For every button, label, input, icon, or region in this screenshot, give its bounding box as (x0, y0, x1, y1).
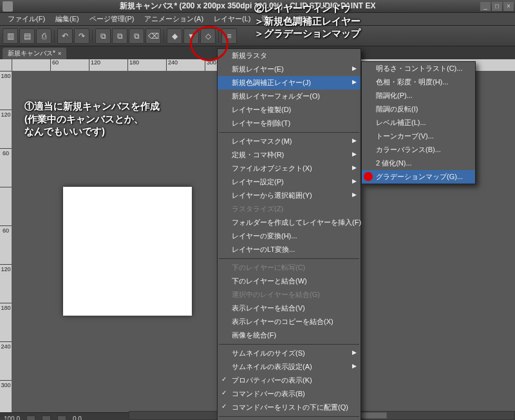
menu-item[interactable]: 新規色調補正レイヤー(J)▶ (218, 76, 360, 90)
tab-label: 新規キャンバス* (8, 49, 55, 58)
menu-item[interactable]: レイヤーマスク(M)▶ (218, 135, 360, 148)
menu-item[interactable]: 色相・彩度・明度(H)... (362, 75, 475, 89)
tool-delete-icon[interactable]: ⌫ (145, 28, 161, 44)
menu-separator (219, 416, 359, 417)
toolbar-separator (92, 30, 93, 43)
submenu-arrow-icon: ▶ (352, 151, 357, 157)
menubar: ファイル(F)編集(E)ページ管理(P)アニメーション(A)レイヤー(L)選ヘル… (0, 13, 515, 26)
menu-item[interactable]: 新規レイヤー(E)▶ (218, 62, 360, 76)
menu-item[interactable]: レイヤーを削除(T) (218, 117, 360, 130)
tool-bucket-icon[interactable]: ▼ (183, 28, 199, 44)
toolbar: ▥ ▤ ⎙ ↶ ↷ ⧉ ⧉ ⧉ ⌫ ◆ ▼ ◇ ≡ (0, 26, 515, 46)
toolbar-separator (164, 30, 164, 43)
menu-item[interactable]: レイヤーの変換(H)... (218, 229, 360, 243)
menu-item[interactable]: ファイルオブジェクト(X)▶ (218, 162, 360, 175)
document-tab[interactable]: 新規キャンバス* × (3, 48, 66, 59)
ruler-tick: 240 (166, 59, 205, 71)
menu-item[interactable]: 2 値化(N)... (362, 157, 475, 170)
menu-item[interactable]: コマンドバーの表示(B)✓ (218, 387, 360, 401)
menu-item[interactable]: 下のレイヤーと結合(W) (218, 274, 360, 288)
menu-item: 選択中のレイヤーを結合(G) (218, 288, 360, 301)
menu-item[interactable]: コマンドバーをリストの下に配置(Q)✓ (218, 401, 360, 414)
window-title: 新規キャンバス* (200 x 200px 350dpi 100.0%) - C… (15, 1, 480, 12)
tool-open-icon[interactable]: ▤ (19, 28, 35, 44)
menu-item[interactable]: 編集(E) (50, 13, 84, 25)
ruler-vertical: 1801206060120180240300360 (0, 71, 12, 412)
submenu-arrow-icon: ▶ (352, 137, 357, 144)
menu-item[interactable]: カラーバランス(B)... (362, 143, 475, 157)
layer-context-menu: 新規ラスタ新規レイヤー(E)▶新規色調補正レイヤー(J)▶新規レイヤーフォルダー… (217, 48, 361, 420)
menu-item[interactable]: フォルダーを作成してレイヤーを挿入(F) (218, 216, 360, 229)
menu-item[interactable]: 新規レイヤーフォルダー(O) (218, 90, 360, 103)
menu-item[interactable]: レベル補正(L)... (362, 116, 475, 129)
menu-separator (219, 344, 359, 345)
tool-new-icon[interactable]: ▥ (3, 28, 18, 44)
tool-paste-icon[interactable]: ⧉ (129, 28, 144, 44)
check-icon: ✓ (221, 376, 227, 383)
menu-item[interactable]: レイヤー(L) (209, 13, 256, 25)
ruler-tick: 180 (127, 59, 166, 71)
app-icon (3, 1, 13, 12)
tool-menu-icon[interactable]: ≡ (221, 28, 237, 44)
ruler-tick: 60 (50, 59, 89, 71)
menu-item[interactable]: トーンカーブ(V)... (362, 129, 475, 143)
check-icon: ✓ (221, 389, 227, 396)
tool-save-icon[interactable]: ⎙ (36, 28, 52, 44)
menu-item[interactable]: サムネイルの表示設定(A)▶ (218, 360, 360, 374)
menu-item[interactable]: 表示レイヤーを結合(V) (218, 301, 360, 315)
menu-item[interactable]: ファイル(F) (3, 13, 50, 25)
submenu-arrow-icon: ▶ (352, 65, 357, 72)
menu-item[interactable]: 新規ラスタ (218, 49, 360, 62)
tool-undo-icon[interactable]: ↶ (57, 28, 73, 44)
tool-fill-icon[interactable]: ◆ (167, 28, 182, 44)
tool-cut-icon[interactable]: ⧉ (95, 28, 111, 44)
menu-separator (219, 258, 359, 259)
ruler-tick (12, 59, 50, 71)
tool-redo-icon[interactable]: ↷ (74, 28, 89, 44)
ruler-tick: 300 (0, 380, 12, 419)
submenu-arrow-icon: ▶ (352, 164, 357, 171)
menu-item[interactable]: レイヤーを複製(D) (218, 103, 360, 117)
toolbar-separator (54, 30, 55, 43)
menu-item[interactable]: 画像を統合(F) (218, 329, 360, 342)
status-icon[interactable] (57, 415, 66, 421)
menu-item[interactable]: 明るさ・コントラスト(C)... (362, 62, 475, 75)
menu-item[interactable]: プロパティバーの表示(K)✓ (218, 374, 360, 387)
menu-item[interactable]: 選 (256, 13, 274, 25)
canvas[interactable] (63, 187, 192, 316)
annotation-red-dot (364, 172, 373, 181)
ruler-tick: 120 (0, 110, 12, 148)
menu-item: 下のレイヤーに転写(C) (218, 261, 360, 274)
toolbar-separator (218, 30, 219, 43)
titlebar: 新規キャンバス* (200 x 200px 350dpi 100.0%) - C… (0, 0, 515, 13)
menu-item[interactable]: ページ管理(P) (84, 13, 140, 25)
menu-item[interactable]: ヘルプ(H) (274, 13, 315, 25)
tab-close-icon[interactable]: × (58, 50, 61, 57)
menu-item[interactable]: 表示レイヤーのコピーを結合(X) (218, 315, 360, 329)
minimize-button[interactable]: _ (480, 2, 491, 11)
status-icon[interactable] (26, 415, 35, 421)
menu-item[interactable]: 定規・コマ枠(R)▶ (218, 148, 360, 162)
check-icon: ✓ (221, 403, 227, 410)
menu-item[interactable]: レイヤー設定(P)▶ (218, 175, 360, 189)
ruler-tick: 120 (89, 59, 127, 71)
menu-item[interactable]: レイヤーのLT変換... (218, 243, 360, 256)
ruler-tick: 180 (0, 303, 12, 341)
ruler-corner (0, 59, 12, 71)
ruler-tick: 240 (0, 341, 12, 380)
menu-item[interactable]: アニメーション(A) (139, 13, 209, 25)
close-button[interactable]: × (503, 2, 514, 11)
menu-item[interactable]: グラデーションマップ(G)... (362, 170, 475, 184)
status-icon[interactable] (42, 415, 51, 421)
status-angle: 0.0 (73, 415, 82, 420)
menu-item[interactable]: サムネイルのサイズ(S)▶ (218, 347, 360, 360)
menu-item[interactable]: 階調化(P)... (362, 89, 475, 102)
ruler-tick: 180 (0, 71, 12, 110)
window-controls: _ □ × (480, 2, 514, 11)
maximize-button[interactable]: □ (492, 2, 502, 11)
menu-item[interactable]: 階調の反転(I) (362, 102, 475, 116)
tool-erase-icon[interactable]: ◇ (200, 28, 216, 44)
menu-item[interactable]: レイヤーから選択範囲(Y)▶ (218, 189, 360, 202)
menu-item: ラスタライズ(Z) (218, 202, 360, 216)
tool-copy-icon[interactable]: ⧉ (112, 28, 127, 44)
